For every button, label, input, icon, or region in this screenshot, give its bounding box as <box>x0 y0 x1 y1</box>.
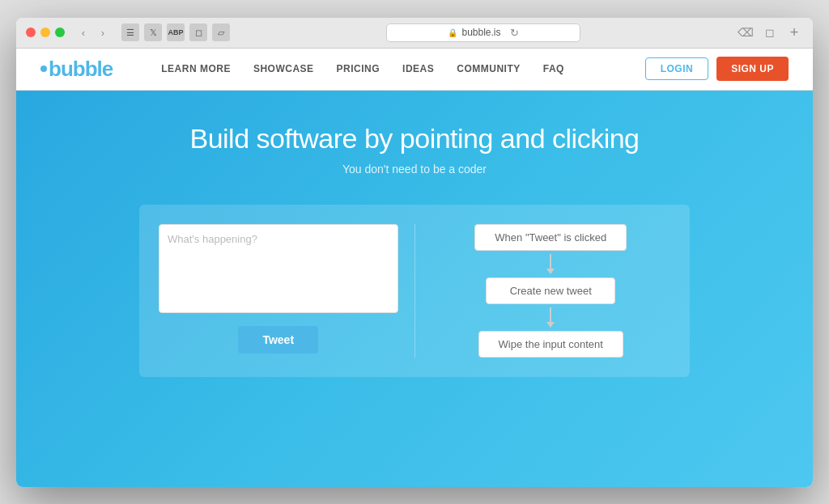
forward-button[interactable]: › <box>94 23 112 41</box>
flow-step-3: Wipe the input content <box>478 331 623 358</box>
tweet-button[interactable]: Tweet <box>238 326 318 354</box>
nav-bar: bubble LEARN MORE SHOWCASE PRICING IDEAS… <box>16 49 813 91</box>
login-button[interactable]: LOGIN <box>645 57 709 80</box>
maximize-button[interactable] <box>55 28 65 37</box>
arrow-head-1 <box>546 269 555 274</box>
logo[interactable]: bubble <box>40 57 113 82</box>
nav-link-ideas[interactable]: IDEAS <box>402 63 434 74</box>
mac-window: ‹ › ☰ 𝕏 ABP ◻ ▱ 🔒 bubble.is ↻ ⌫ ◻ + bubb… <box>16 18 813 487</box>
new-tab-button[interactable]: ◻ <box>761 23 779 41</box>
address-bar-container: 🔒 bubble.is ↻ <box>278 23 688 42</box>
tweet-textarea[interactable] <box>159 224 398 313</box>
title-bar: ‹ › ☰ 𝕏 ABP ◻ ▱ 🔒 bubble.is ↻ ⌫ ◻ + <box>16 18 813 49</box>
nav-link-showcase[interactable]: SHOWCASE <box>253 63 314 74</box>
nav-link-pricing[interactable]: PRICING <box>337 63 380 74</box>
signup-button[interactable]: SIGN UP <box>716 57 789 81</box>
shield-icon[interactable]: ▱ <box>212 23 230 41</box>
reload-icon[interactable]: ↻ <box>510 27 519 39</box>
nav-link-community[interactable]: COMMUNITY <box>457 63 521 74</box>
flow-arrow-2 <box>546 307 555 328</box>
arrow-line-1 <box>550 254 551 269</box>
adblocker-icon[interactable]: ABP <box>167 23 185 41</box>
toolbar-icons: ☰ 𝕏 ABP ◻ ▱ <box>121 23 230 41</box>
arrow-line-2 <box>550 307 551 322</box>
window-controls-right: ⌫ ◻ + <box>737 23 803 41</box>
demo-left: Tweet <box>159 224 415 358</box>
minimize-button[interactable] <box>40 28 50 37</box>
nav-arrows: ‹ › <box>74 23 112 41</box>
address-bar[interactable]: 🔒 bubble.is ↻ <box>386 23 580 42</box>
flow-step-1: When "Tweet" is clicked <box>474 224 627 251</box>
twitter-icon[interactable]: 𝕏 <box>144 23 162 41</box>
flow-arrow-1 <box>546 254 555 274</box>
close-button[interactable] <box>26 28 36 37</box>
lock-icon: 🔒 <box>448 28 457 37</box>
traffic-lights <box>26 28 65 37</box>
hero-section: Build software by pointing and clicking … <box>16 91 813 487</box>
hero-title: Build software by pointing and clicking <box>189 123 639 155</box>
layers-icon[interactable]: ◻ <box>189 23 207 41</box>
hero-subtitle: You don't need to be a coder <box>342 163 487 176</box>
arrow-head-2 <box>546 322 555 328</box>
nav-link-learn-more[interactable]: LEARN MORE <box>161 63 231 74</box>
demo-right: When "Tweet" is clicked Create new tweet… <box>415 224 671 358</box>
share-button[interactable]: ⌫ <box>737 23 755 41</box>
back-button[interactable]: ‹ <box>74 23 92 41</box>
flow-step-2: Create new tweet <box>486 277 615 304</box>
nav-links: LEARN MORE SHOWCASE PRICING IDEAS COMMUN… <box>161 63 644 74</box>
add-tab-button[interactable]: + <box>785 23 803 41</box>
demo-panel: Tweet When "Tweet" is clicked Create new… <box>139 205 690 377</box>
nav-link-faq[interactable]: FAQ <box>543 63 564 74</box>
logo-dot <box>40 66 47 72</box>
reading-list-icon[interactable]: ☰ <box>121 23 139 41</box>
url-text: bubble.is <box>461 27 500 38</box>
nav-actions: LOGIN SIGN UP <box>645 57 789 81</box>
